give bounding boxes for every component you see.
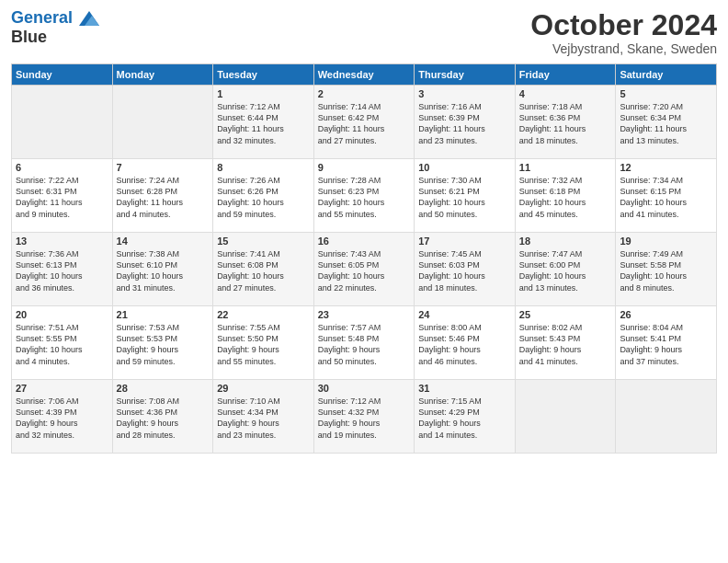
logo-line2: Blue — [11, 28, 99, 47]
day-number: 25 — [519, 309, 612, 320]
logo: General Blue — [11, 9, 99, 47]
day-info: Sunrise: 7:26 AM Sunset: 6:26 PM Dayligh… — [217, 175, 310, 220]
day-number: 13 — [16, 236, 108, 247]
day-info: Sunrise: 7:57 AM Sunset: 5:48 PM Dayligh… — [318, 322, 411, 367]
calendar-cell: 14Sunrise: 7:38 AM Sunset: 6:10 PM Dayli… — [112, 233, 213, 306]
day-info: Sunrise: 7:24 AM Sunset: 6:28 PM Dayligh… — [117, 175, 210, 220]
calendar-cell: 2Sunrise: 7:14 AM Sunset: 6:42 PM Daylig… — [313, 86, 415, 159]
calendar-cell: 13Sunrise: 7:36 AM Sunset: 6:13 PM Dayli… — [12, 233, 113, 306]
day-header-thursday: Thursday — [415, 64, 516, 86]
day-number: 4 — [519, 88, 612, 99]
day-number: 30 — [318, 383, 411, 394]
calendar-cell — [616, 380, 717, 454]
calendar-cell: 7Sunrise: 7:24 AM Sunset: 6:28 PM Daylig… — [112, 159, 213, 233]
calendar-cell: 18Sunrise: 7:47 AM Sunset: 6:00 PM Dayli… — [515, 233, 616, 306]
day-info: Sunrise: 7:18 AM Sunset: 6:36 PM Dayligh… — [519, 101, 612, 146]
day-number: 16 — [318, 236, 411, 247]
day-number: 21 — [117, 309, 210, 320]
day-number: 12 — [620, 162, 712, 173]
day-info: Sunrise: 7:06 AM Sunset: 4:39 PM Dayligh… — [16, 396, 108, 441]
calendar-cell: 22Sunrise: 7:55 AM Sunset: 5:50 PM Dayli… — [213, 306, 314, 380]
calendar-cell: 19Sunrise: 7:49 AM Sunset: 5:58 PM Dayli… — [616, 233, 717, 306]
calendar-table: SundayMondayTuesdayWednesdayThursdayFrid… — [11, 63, 717, 454]
day-number: 24 — [418, 309, 511, 320]
calendar-cell — [12, 86, 113, 159]
day-info: Sunrise: 7:28 AM Sunset: 6:23 PM Dayligh… — [318, 175, 411, 220]
day-info: Sunrise: 7:14 AM Sunset: 6:42 PM Dayligh… — [318, 101, 411, 146]
day-number: 18 — [519, 236, 612, 247]
day-number: 1 — [217, 88, 310, 99]
day-number: 14 — [117, 236, 210, 247]
day-info: Sunrise: 7:41 AM Sunset: 6:08 PM Dayligh… — [217, 248, 310, 293]
day-info: Sunrise: 7:45 AM Sunset: 6:03 PM Dayligh… — [418, 248, 511, 293]
day-number: 23 — [318, 309, 411, 320]
calendar-cell: 28Sunrise: 7:08 AM Sunset: 4:36 PM Dayli… — [112, 380, 213, 454]
day-info: Sunrise: 7:22 AM Sunset: 6:31 PM Dayligh… — [16, 175, 108, 220]
day-number: 3 — [418, 88, 511, 99]
calendar-cell: 9Sunrise: 7:28 AM Sunset: 6:23 PM Daylig… — [313, 159, 415, 233]
day-info: Sunrise: 7:08 AM Sunset: 4:36 PM Dayligh… — [117, 396, 210, 441]
calendar-cell: 5Sunrise: 7:20 AM Sunset: 6:34 PM Daylig… — [616, 86, 717, 159]
day-info: Sunrise: 7:49 AM Sunset: 5:58 PM Dayligh… — [620, 248, 712, 293]
day-info: Sunrise: 8:04 AM Sunset: 5:41 PM Dayligh… — [620, 322, 712, 367]
week-row-1: 1Sunrise: 7:12 AM Sunset: 6:44 PM Daylig… — [12, 86, 717, 159]
calendar-cell: 11Sunrise: 7:32 AM Sunset: 6:18 PM Dayli… — [515, 159, 616, 233]
day-header-saturday: Saturday — [616, 64, 717, 86]
day-number: 6 — [16, 162, 108, 173]
page-container: General Blue October 2024 Vejbystrand, S… — [0, 0, 728, 461]
logo-text: General — [11, 9, 99, 28]
calendar-cell: 29Sunrise: 7:10 AM Sunset: 4:34 PM Dayli… — [213, 380, 314, 454]
day-info: Sunrise: 7:12 AM Sunset: 6:44 PM Dayligh… — [217, 101, 310, 146]
day-number: 22 — [217, 309, 310, 320]
calendar-cell: 3Sunrise: 7:16 AM Sunset: 6:39 PM Daylig… — [415, 86, 516, 159]
day-number: 20 — [16, 309, 108, 320]
calendar-cell: 15Sunrise: 7:41 AM Sunset: 6:08 PM Dayli… — [213, 233, 314, 306]
day-header-friday: Friday — [515, 64, 616, 86]
calendar-cell: 23Sunrise: 7:57 AM Sunset: 5:48 PM Dayli… — [313, 306, 415, 380]
day-number: 26 — [620, 309, 712, 320]
calendar-cell: 8Sunrise: 7:26 AM Sunset: 6:26 PM Daylig… — [213, 159, 314, 233]
calendar-cell: 20Sunrise: 7:51 AM Sunset: 5:55 PM Dayli… — [12, 306, 113, 380]
day-number: 29 — [217, 383, 310, 394]
day-info: Sunrise: 7:15 AM Sunset: 4:29 PM Dayligh… — [418, 396, 511, 441]
location: Vejbystrand, Skane, Sweden — [530, 41, 717, 56]
day-number: 11 — [519, 162, 612, 173]
week-row-2: 6Sunrise: 7:22 AM Sunset: 6:31 PM Daylig… — [12, 159, 717, 233]
day-info: Sunrise: 7:32 AM Sunset: 6:18 PM Dayligh… — [519, 175, 612, 220]
week-row-3: 13Sunrise: 7:36 AM Sunset: 6:13 PM Dayli… — [12, 233, 717, 306]
calendar-cell: 21Sunrise: 7:53 AM Sunset: 5:53 PM Dayli… — [112, 306, 213, 380]
day-number: 19 — [620, 236, 712, 247]
day-info: Sunrise: 7:12 AM Sunset: 4:32 PM Dayligh… — [318, 396, 411, 441]
day-info: Sunrise: 8:00 AM Sunset: 5:46 PM Dayligh… — [418, 322, 511, 367]
calendar-cell: 30Sunrise: 7:12 AM Sunset: 4:32 PM Dayli… — [313, 380, 415, 454]
day-info: Sunrise: 7:55 AM Sunset: 5:50 PM Dayligh… — [217, 322, 310, 367]
calendar-cell — [515, 380, 616, 454]
calendar-cell: 25Sunrise: 8:02 AM Sunset: 5:43 PM Dayli… — [515, 306, 616, 380]
day-header-tuesday: Tuesday — [213, 64, 314, 86]
week-row-5: 27Sunrise: 7:06 AM Sunset: 4:39 PM Dayli… — [12, 380, 717, 454]
day-number: 8 — [217, 162, 310, 173]
title-block: October 2024 Vejbystrand, Skane, Sweden — [530, 9, 717, 56]
calendar-cell: 26Sunrise: 8:04 AM Sunset: 5:41 PM Dayli… — [616, 306, 717, 380]
day-number: 10 — [418, 162, 511, 173]
week-row-4: 20Sunrise: 7:51 AM Sunset: 5:55 PM Dayli… — [12, 306, 717, 380]
calendar-cell: 10Sunrise: 7:30 AM Sunset: 6:21 PM Dayli… — [415, 159, 516, 233]
header: General Blue October 2024 Vejbystrand, S… — [11, 9, 717, 56]
calendar-cell: 24Sunrise: 8:00 AM Sunset: 5:46 PM Dayli… — [415, 306, 516, 380]
day-info: Sunrise: 8:02 AM Sunset: 5:43 PM Dayligh… — [519, 322, 612, 367]
day-header-sunday: Sunday — [12, 64, 113, 86]
calendar-cell: 4Sunrise: 7:18 AM Sunset: 6:36 PM Daylig… — [515, 86, 616, 159]
day-info: Sunrise: 7:36 AM Sunset: 6:13 PM Dayligh… — [16, 248, 108, 293]
day-info: Sunrise: 7:30 AM Sunset: 6:21 PM Dayligh… — [418, 175, 511, 220]
day-number: 31 — [418, 383, 511, 394]
day-number: 5 — [620, 88, 712, 99]
day-header-monday: Monday — [112, 64, 213, 86]
calendar-cell: 6Sunrise: 7:22 AM Sunset: 6:31 PM Daylig… — [12, 159, 113, 233]
day-number: 27 — [16, 383, 108, 394]
calendar-cell: 12Sunrise: 7:34 AM Sunset: 6:15 PM Dayli… — [616, 159, 717, 233]
calendar-cell: 17Sunrise: 7:45 AM Sunset: 6:03 PM Dayli… — [415, 233, 516, 306]
day-number: 15 — [217, 236, 310, 247]
day-number: 7 — [117, 162, 210, 173]
day-number: 2 — [318, 88, 411, 99]
day-info: Sunrise: 7:38 AM Sunset: 6:10 PM Dayligh… — [117, 248, 210, 293]
